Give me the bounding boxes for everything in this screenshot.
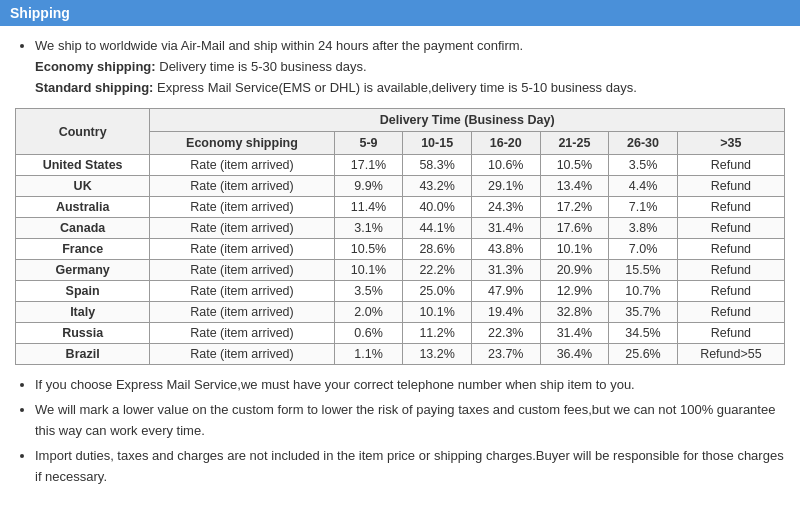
- data-cell: 34.5%: [609, 323, 678, 344]
- table-row: FranceRate (item arrived)10.5%28.6%43.8%…: [16, 239, 785, 260]
- data-cell: 19.4%: [471, 302, 540, 323]
- sub-header-cell: 5-9: [334, 132, 403, 155]
- data-cell: Refund: [677, 218, 784, 239]
- table-row: AustraliaRate (item arrived)11.4%40.0%24…: [16, 197, 785, 218]
- data-cell: 11.4%: [334, 197, 403, 218]
- intro-list: We ship to worldwide via Air-Mail and sh…: [15, 36, 785, 98]
- data-cell: 23.7%: [471, 344, 540, 365]
- sub-header-cell: 26-30: [609, 132, 678, 155]
- sub-header-cell: 10-15: [403, 132, 472, 155]
- data-cell: Rate (item arrived): [150, 218, 334, 239]
- country-cell: Italy: [16, 302, 150, 323]
- sub-header-cell: 16-20: [471, 132, 540, 155]
- data-cell: Refund: [677, 155, 784, 176]
- bottom-bullet-1: If you choose Express Mail Service,we mu…: [35, 375, 785, 396]
- country-cell: Australia: [16, 197, 150, 218]
- bottom-list: If you choose Express Mail Service,we mu…: [15, 375, 785, 487]
- data-cell: 43.2%: [403, 176, 472, 197]
- economy-text: Delivery time is 5-30 business days.: [156, 59, 367, 74]
- delivery-time-header: Delivery Time (Business Day): [150, 109, 785, 132]
- section-content: We ship to worldwide via Air-Mail and sh…: [0, 26, 800, 501]
- header-title: Shipping: [10, 5, 70, 21]
- data-cell: 10.6%: [471, 155, 540, 176]
- data-cell: 29.1%: [471, 176, 540, 197]
- bottom-bullet-2-text: We will mark a lower value on the custom…: [35, 402, 775, 438]
- data-cell: 44.1%: [403, 218, 472, 239]
- data-cell: 10.1%: [403, 302, 472, 323]
- table-row: SpainRate (item arrived)3.5%25.0%47.9%12…: [16, 281, 785, 302]
- sub-header-cell: 21-25: [540, 132, 609, 155]
- country-cell: Spain: [16, 281, 150, 302]
- data-cell: 17.2%: [540, 197, 609, 218]
- data-cell: Refund: [677, 197, 784, 218]
- data-cell: Rate (item arrived): [150, 197, 334, 218]
- country-cell: Canada: [16, 218, 150, 239]
- table-body: United StatesRate (item arrived)17.1%58.…: [16, 155, 785, 365]
- data-cell: 24.3%: [471, 197, 540, 218]
- bottom-bullet-3-text: Import duties, taxes and charges are not…: [35, 448, 784, 484]
- data-cell: 10.5%: [540, 155, 609, 176]
- data-cell: 31.3%: [471, 260, 540, 281]
- data-cell: 20.9%: [540, 260, 609, 281]
- data-cell: Refund: [677, 260, 784, 281]
- data-cell: 25.6%: [609, 344, 678, 365]
- data-cell: 31.4%: [471, 218, 540, 239]
- standard-label: Standard shipping:: [35, 80, 153, 95]
- shipping-table: Country Delivery Time (Business Day) Eco…: [15, 108, 785, 365]
- table-row: ItalyRate (item arrived)2.0%10.1%19.4%32…: [16, 302, 785, 323]
- data-cell: 12.9%: [540, 281, 609, 302]
- table-row: United StatesRate (item arrived)17.1%58.…: [16, 155, 785, 176]
- data-cell: 17.6%: [540, 218, 609, 239]
- sub-header-cell: Economy shipping: [150, 132, 334, 155]
- data-cell: 7.1%: [609, 197, 678, 218]
- data-cell: 3.5%: [609, 155, 678, 176]
- economy-label: Economy shipping:: [35, 59, 156, 74]
- data-cell: Refund: [677, 302, 784, 323]
- data-cell: Rate (item arrived): [150, 281, 334, 302]
- data-cell: Refund: [677, 323, 784, 344]
- data-cell: 13.2%: [403, 344, 472, 365]
- data-cell: Refund: [677, 281, 784, 302]
- data-cell: Rate (item arrived): [150, 176, 334, 197]
- data-cell: 0.6%: [334, 323, 403, 344]
- data-cell: 47.9%: [471, 281, 540, 302]
- data-cell: 3.8%: [609, 218, 678, 239]
- data-cell: 40.0%: [403, 197, 472, 218]
- data-cell: Rate (item arrived): [150, 302, 334, 323]
- data-cell: Refund: [677, 239, 784, 260]
- data-cell: 10.7%: [609, 281, 678, 302]
- intro-bullet-1: We ship to worldwide via Air-Mail and sh…: [35, 36, 785, 98]
- bottom-bullet-3: Import duties, taxes and charges are not…: [35, 446, 785, 488]
- data-cell: 32.8%: [540, 302, 609, 323]
- data-cell: 31.4%: [540, 323, 609, 344]
- data-cell: 58.3%: [403, 155, 472, 176]
- country-cell: United States: [16, 155, 150, 176]
- intro-bullet-1-text: We ship to worldwide via Air-Mail and sh…: [35, 38, 523, 53]
- data-cell: 22.2%: [403, 260, 472, 281]
- country-cell: Germany: [16, 260, 150, 281]
- standard-text: Express Mail Service(EMS or DHL) is avai…: [153, 80, 636, 95]
- section-header: Shipping: [0, 0, 800, 26]
- data-cell: Rate (item arrived): [150, 344, 334, 365]
- data-cell: Refund>55: [677, 344, 784, 365]
- data-cell: 3.1%: [334, 218, 403, 239]
- data-cell: 1.1%: [334, 344, 403, 365]
- country-cell: UK: [16, 176, 150, 197]
- data-cell: 7.0%: [609, 239, 678, 260]
- data-cell: 4.4%: [609, 176, 678, 197]
- country-column-header: Country: [16, 109, 150, 155]
- data-cell: 36.4%: [540, 344, 609, 365]
- data-cell: 3.5%: [334, 281, 403, 302]
- data-cell: 43.8%: [471, 239, 540, 260]
- bottom-bullet-2: We will mark a lower value on the custom…: [35, 400, 785, 442]
- data-cell: 11.2%: [403, 323, 472, 344]
- data-cell: Rate (item arrived): [150, 239, 334, 260]
- table-row: CanadaRate (item arrived)3.1%44.1%31.4%1…: [16, 218, 785, 239]
- data-cell: 2.0%: [334, 302, 403, 323]
- country-cell: Brazil: [16, 344, 150, 365]
- country-cell: Russia: [16, 323, 150, 344]
- data-cell: 10.1%: [540, 239, 609, 260]
- data-cell: Rate (item arrived): [150, 155, 334, 176]
- data-cell: 17.1%: [334, 155, 403, 176]
- data-cell: 10.1%: [334, 260, 403, 281]
